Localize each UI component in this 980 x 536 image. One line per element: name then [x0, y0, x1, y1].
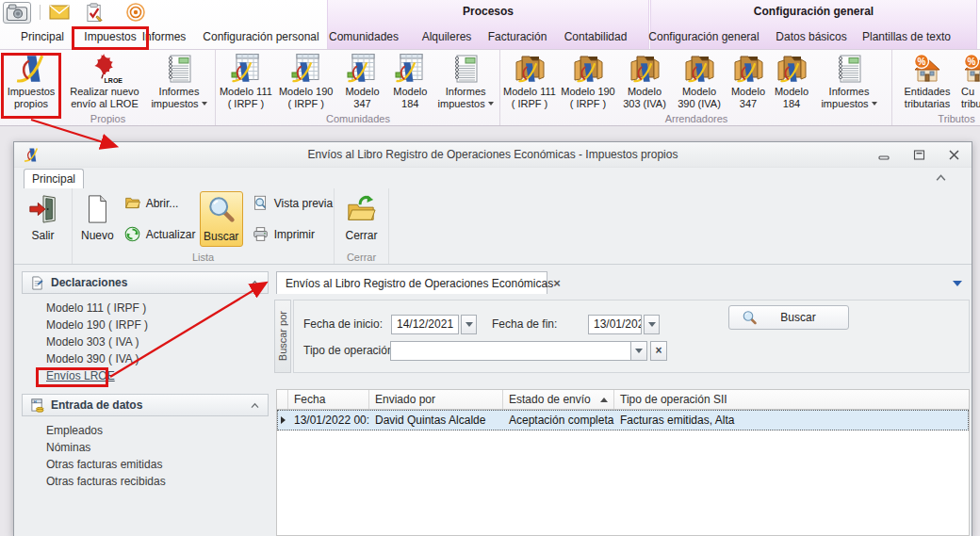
- fecha-fin-value: 13/01/2022: [588, 315, 642, 334]
- button-modelo-184-comunidades[interactable]: Modelo 184: [388, 52, 432, 110]
- button-informes-impuestos-comunidades[interactable]: Informes impuestos: [432, 52, 499, 110]
- ribbon-tab-plantillas-texto[interactable]: Plantillas de texto: [862, 24, 951, 49]
- fecha-fin-combo[interactable]: 13/01/2022: [588, 315, 660, 334]
- column-header-fecha[interactable]: Fecha: [288, 390, 369, 409]
- refresh-icon: [124, 226, 140, 242]
- document-tab[interactable]: Envíos al Libro Registro de Operaciones …: [276, 271, 547, 294]
- button-informes-impuestos-propios[interactable]: Informes impuestos: [147, 52, 211, 110]
- button-modelo-184-arrendadores[interactable]: Modelo 184: [770, 52, 813, 110]
- cell-enviado-por: David Quintas Alcalde: [369, 410, 503, 430]
- ribbon-group-propios: Impuestos propios LROE Realizar nuevo en…: [0, 50, 216, 125]
- sidebar-section-declaraciones[interactable]: Declaraciones: [22, 271, 269, 294]
- sidebar-item-otras-facturas-emitidas[interactable]: Otras facturas emitidas: [46, 459, 269, 471]
- clipboard-check-icon[interactable]: [86, 3, 104, 23]
- sidebar-item-nominas[interactable]: Nóminas: [46, 442, 269, 454]
- quick-access-toolbar: [3, 2, 146, 23]
- document-pane: Envíos al Libro Registro de Operaciones …: [276, 271, 970, 536]
- sidebar-section-entrada-de-datos[interactable]: Entrada de datos: [22, 394, 269, 416]
- dropdown-button[interactable]: [461, 315, 477, 334]
- screen: Procesos Configuración general Principal…: [0, 0, 980, 536]
- tab-close-icon[interactable]: ×: [553, 277, 561, 289]
- row-selector[interactable]: [277, 410, 288, 430]
- ribbon-tab-principal[interactable]: Principal: [21, 24, 64, 49]
- nuevo-button[interactable]: Nuevo: [76, 191, 119, 245]
- dropdown-caret-icon: [872, 102, 877, 106]
- abrir-button[interactable]: Abrir...: [124, 195, 194, 211]
- close-button[interactable]: [948, 150, 960, 160]
- window-tab-principal[interactable]: Principal: [24, 169, 84, 188]
- imprimir-button[interactable]: Imprimir: [253, 226, 328, 242]
- table-row[interactable]: 13/01/2022 00:00:00 David Quintas Alcald…: [277, 410, 969, 430]
- column-header-tipo-operacion-sii[interactable]: Tipo de operación SII: [614, 390, 969, 409]
- button-modelo-111-arrendadores[interactable]: Modelo 111 ( IRPF ): [500, 52, 559, 110]
- column-header-estado-de-envio[interactable]: Estado de envío: [503, 390, 614, 409]
- section-title: Declaraciones: [51, 276, 127, 289]
- window-ribbon-tab-row: Principal: [14, 168, 972, 188]
- ribbon-tab-comunidades[interactable]: Comunidades: [329, 24, 399, 49]
- group-label-propios: Propios: [0, 113, 216, 124]
- button-modelo-303-arrendadores[interactable]: Modelo 303 (IVA): [617, 52, 672, 110]
- buscar-filter-button[interactable]: Buscar: [728, 305, 849, 330]
- sidebar-item-modelo-303[interactable]: Modelo 303 ( IVA ): [46, 336, 269, 349]
- buscar-toolbar-button[interactable]: Buscar: [200, 191, 243, 247]
- ribbon-tab-configuracion-general[interactable]: Configuración general: [648, 24, 759, 49]
- button-modelo-347-arrendadores[interactable]: Modelo 347: [727, 52, 770, 110]
- spreadsheet-aeat-icon: [394, 53, 426, 85]
- camera-icon[interactable]: [3, 2, 31, 24]
- button-modelo-390-arrendadores[interactable]: Modelo 390 (IVA): [672, 52, 727, 110]
- chevron-up-icon[interactable]: [250, 402, 260, 409]
- button-entidades-tributarias[interactable]: Entidades tributarias: [893, 52, 961, 110]
- clear-filter-button[interactable]: ×: [650, 341, 667, 361]
- dropdown-button[interactable]: [631, 341, 647, 361]
- restore-button[interactable]: [913, 150, 925, 160]
- vista-previa-button[interactable]: Vista previa: [253, 195, 328, 211]
- tab-list-dropdown-icon[interactable]: [953, 281, 962, 286]
- window-titlebar[interactable]: Envíos al Libro Registro de Operaciones …: [14, 142, 972, 168]
- ribbon-tab-impuestos[interactable]: Impuestos: [84, 24, 136, 49]
- minimize-button[interactable]: [878, 150, 890, 160]
- sidebar-item-modelo-111[interactable]: Modelo 111 ( IRPF ): [46, 302, 269, 315]
- column-header-enviado-por[interactable]: Enviado por: [369, 390, 503, 409]
- button-modelo-190-arrendadores[interactable]: Modelo 190 ( IRPF ): [559, 52, 617, 110]
- ribbon-tab-datos-basicos[interactable]: Datos básicos: [776, 24, 846, 49]
- group-label-cerrar: Cerrar: [335, 252, 388, 263]
- window-toolbar: Salir Nuevo Abrir... Actualizar: [14, 188, 972, 265]
- close-folder-icon: [346, 194, 376, 224]
- ribbon-collapse-icon[interactable]: [935, 173, 947, 182]
- ribbon-tab-informes[interactable]: Informes: [142, 24, 187, 49]
- cell-fecha: 13/01/2022 00:00:00: [288, 410, 369, 430]
- button-modelo-347-comunidades[interactable]: Modelo 347: [336, 52, 389, 110]
- broadcast-icon[interactable]: [125, 2, 146, 23]
- grid-header-row: Fecha Enviado por Estado de envío Tipo d…: [277, 390, 969, 410]
- button-modelo-111-comunidades[interactable]: Modelo 111 ( IRPF ): [216, 52, 276, 110]
- sidebar-item-modelo-190[interactable]: Modelo 190 ( IRPF ): [46, 319, 269, 332]
- actualizar-button[interactable]: Actualizar: [124, 226, 194, 242]
- sidebar: Declaraciones Modelo 111 ( IRPF ) Modelo…: [22, 271, 269, 499]
- tipo-operacion-combo[interactable]: [390, 341, 647, 361]
- chevron-up-icon[interactable]: [250, 280, 260, 286]
- button-impuestos-propios[interactable]: Impuestos propios: [0, 52, 62, 110]
- lroe-leaf-icon: LROE: [89, 53, 121, 85]
- current-row-icon: [281, 416, 286, 424]
- ribbon-tab-contabilidad[interactable]: Contabilidad: [564, 24, 628, 49]
- dropdown-button[interactable]: [644, 315, 660, 334]
- button-cuotas-tributarias-clipped[interactable]: Cu tribu: [961, 52, 980, 110]
- button-informes-impuestos-arrendadores[interactable]: Informes impuestos: [813, 52, 885, 110]
- salir-button[interactable]: Salir: [24, 191, 63, 245]
- cerrar-button[interactable]: Cerrar: [340, 191, 382, 245]
- ribbon-tab-configuracion-personal[interactable]: Configuración personal: [203, 24, 318, 49]
- sidebar-item-empleados[interactable]: Empleados: [46, 425, 269, 437]
- sidebar-item-otras-facturas-recibidas[interactable]: Otras facturas recibidas: [46, 476, 269, 488]
- fecha-inicio-combo[interactable]: 14/12/2021: [391, 315, 477, 334]
- mail-icon[interactable]: [49, 5, 70, 20]
- buscar-por-strip[interactable]: Buscar por: [274, 300, 291, 373]
- button-modelo-190-comunidades[interactable]: Modelo 190 ( IRPF ): [276, 52, 336, 110]
- sidebar-item-modelo-390[interactable]: Modelo 390 ( IVA ): [46, 353, 269, 365]
- fecha-inicio-label: Fecha de inicio:: [303, 315, 383, 334]
- ribbon-tab-facturacion[interactable]: Facturación: [488, 24, 547, 49]
- data-entry-icon: [30, 398, 44, 413]
- sidebar-item-envios-lroe[interactable]: Envíos LROE: [46, 370, 269, 382]
- button-realizar-nuevo-envio-lroe[interactable]: LROE Realizar nuevo envío al LROE: [62, 52, 147, 110]
- ribbon-tab-alquileres[interactable]: Alquileres: [422, 24, 472, 49]
- filter-panel: Fecha de inicio: 14/12/2021 Fecha de fin…: [293, 300, 970, 373]
